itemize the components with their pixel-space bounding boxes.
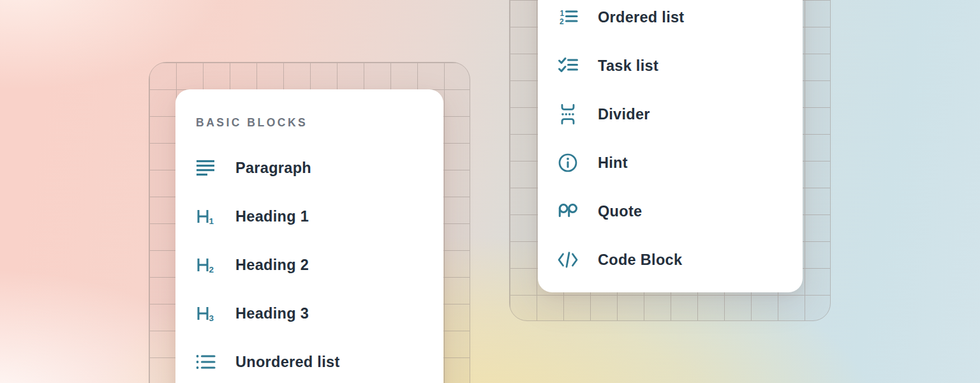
unordered-list-icon <box>195 351 216 373</box>
hint-icon <box>557 152 579 174</box>
svg-text:2: 2 <box>560 17 564 26</box>
menu-item-label: Heading 2 <box>235 257 309 274</box>
advanced-blocks-list: 1 2 Ordered list <box>538 0 803 284</box>
section-header-basic-blocks: BASIC BLOCKS <box>196 116 443 129</box>
menu-item-unordered-list[interactable]: Unordered list <box>175 338 443 383</box>
menu-item-label: Ordered list <box>598 9 685 26</box>
svg-text:3: 3 <box>209 313 214 323</box>
menu-item-quote[interactable]: Quote <box>538 187 803 236</box>
svg-text:1: 1 <box>209 216 214 226</box>
menu-item-label: Divider <box>598 106 650 123</box>
heading-1-icon: 1 <box>195 206 216 227</box>
menu-item-heading-1[interactable]: 1 Heading 1 <box>175 192 443 241</box>
menu-item-heading-2[interactable]: 2 Heading 2 <box>175 241 443 289</box>
menu-item-label: Code Block <box>598 252 682 269</box>
menu-item-hint[interactable]: Hint <box>538 139 803 187</box>
menu-item-divider[interactable]: Divider <box>538 90 803 139</box>
menu-item-label: Paragraph <box>235 160 311 177</box>
menu-item-label: Unordered list <box>235 354 340 371</box>
divider-icon <box>557 103 579 125</box>
basic-blocks-list: Paragraph 1 Heading 1 2 <box>175 144 443 383</box>
menu-item-task-list[interactable]: Task list <box>538 41 803 90</box>
svg-text:1: 1 <box>560 9 565 18</box>
advanced-blocks-menu: 1 2 Ordered list <box>538 0 803 292</box>
heading-3-icon: 3 <box>195 303 216 324</box>
menu-item-label: Hint <box>598 154 628 172</box>
menu-item-ordered-list[interactable]: 1 2 Ordered list <box>538 0 803 41</box>
heading-2-icon: 2 <box>195 254 216 276</box>
basic-blocks-menu: BASIC BLOCKS Paragraph 1 <box>175 89 443 383</box>
menu-item-label: Heading 1 <box>235 208 309 225</box>
quote-icon <box>557 200 579 222</box>
svg-text:2: 2 <box>209 265 214 274</box>
menu-item-heading-3[interactable]: 3 Heading 3 <box>175 289 443 338</box>
ordered-list-icon: 1 2 <box>557 6 579 28</box>
menu-item-label: Task list <box>598 57 658 75</box>
task-list-icon <box>557 55 579 77</box>
menu-item-code-block[interactable]: Code Block <box>538 236 803 284</box>
menu-item-label: Quote <box>598 203 642 220</box>
code-block-icon <box>557 249 579 271</box>
menu-item-paragraph[interactable]: Paragraph <box>175 144 443 192</box>
editor-blocks-illustration: BASIC BLOCKS Paragraph 1 <box>0 0 980 383</box>
paragraph-icon <box>195 157 216 179</box>
menu-item-label: Heading 3 <box>235 305 309 322</box>
